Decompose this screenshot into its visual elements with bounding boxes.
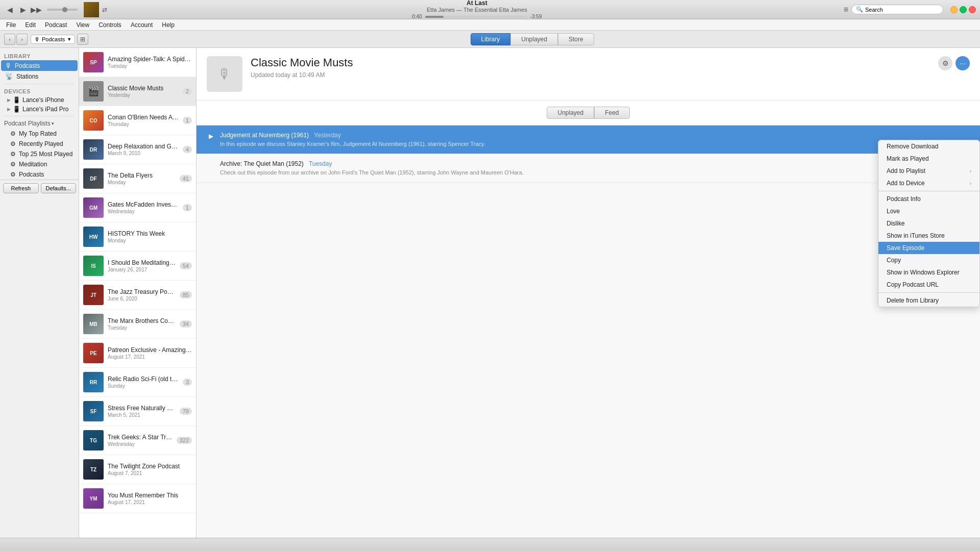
list-item-trek[interactable]: TG Trek Geeks: A Star Trek Podcast Wedne… [79,426,196,455]
search-input[interactable] [865,7,939,13]
list-item-classic[interactable]: 🎬 Classic Movie Musts Yesterday 2 [79,77,196,106]
sidebar-item-iphone[interactable]: ▶ 📱 Lance's iPhone [0,95,79,105]
ctx-save-episode[interactable]: Save Episode [878,242,979,254]
podcast-date-stress: March 5, 2021 [108,412,176,418]
previous-button[interactable]: ◀ [4,4,15,15]
podcast-name-classic: Classic Movie Musts [108,85,179,92]
ctx-delete-from-library[interactable]: Delete from Library [878,294,979,307]
maximize-button[interactable] [960,6,967,13]
episode-desc-2: Check out this episode from our archive … [220,169,970,176]
ctx-copy[interactable]: Copy [878,254,979,266]
thumb-patreon: PE [83,343,104,363]
podcast-info-spider: Amazing Spider-Talk: A Spider-Man... Tue… [108,56,192,69]
playlists-header[interactable]: Podcast Playlists ▾ [0,118,79,129]
nav-forward[interactable]: › [16,34,28,45]
ctx-love[interactable]: Love [878,205,979,217]
list-item-relic[interactable]: RR Relic Radio Sci-Fi (old time radio) S… [79,368,196,397]
now-playing: At Last Etta James — The Essential Etta … [110,0,844,19]
volume-slider[interactable] [47,9,78,11]
podcast-header: 🎙 Classic Movie Musts Updated today at 1… [197,48,980,101]
search-box[interactable]: 🔍 [851,5,943,14]
podcast-info-stress: Stress Free Naturally Guided Me... March… [108,405,176,418]
stations-icon: 📡 [5,72,13,80]
sidebar-item-ipad[interactable]: ▶ 📱 Lance's iPad Pro [0,105,79,114]
play-button[interactable]: ▶ [17,4,29,15]
close-button[interactable] [969,6,976,13]
ctx-dislike[interactable]: Dislike [878,217,979,230]
ctx-remove-download-label: Remove Download [887,143,938,150]
nav-source-selector[interactable]: 🎙 Podcasts ▼ [31,35,75,44]
more-button[interactable]: ··· [955,56,970,70]
ctx-podcast-info[interactable]: Podcast Info [878,193,979,205]
settings-button[interactable]: ⚙ [938,56,952,70]
list-item-jazz[interactable]: JT The Jazz Treasury Podcast June 6, 202… [79,281,196,310]
ep-name-1: Judgement at Nuremberg (1961) [220,132,309,139]
grid-view-button[interactable]: ⊞ [77,34,88,45]
sidebar-item-top-25[interactable]: ⚙ Top 25 Most Played [0,149,79,159]
list-item-conan[interactable]: CO Conan O'Brien Needs A Friend Thursday… [79,106,196,135]
sidebar-item-podcasts-pl[interactable]: ⚙ Podcasts [0,169,79,180]
now-playing-time: 0:40 -3:59 [110,14,844,19]
shuffle-icon[interactable]: ⇄ [102,6,107,13]
list-item-spider[interactable]: SP Amazing Spider-Talk: A Spider-Man... … [79,48,196,77]
minimize-button[interactable] [950,6,958,13]
ctx-show-windows-explorer[interactable]: Show in Windows Explorer [878,266,979,279]
podcast-updated: Updated today at 10:49 AM [251,71,938,79]
progress-bar[interactable] [425,16,527,18]
title-bar-right: ≡ 🔍 [844,5,976,14]
sidebar-item-recently-played[interactable]: ⚙ Recently Played [0,139,79,149]
menu-view[interactable]: View [72,20,93,30]
tab-unplayed[interactable]: Unplayed [547,107,594,119]
play-icon-1: ▶ [209,133,213,140]
menu-controls[interactable]: Controls [94,20,126,30]
list-icon[interactable]: ≡ [844,5,848,14]
ctx-copy-podcast-url-label: Copy Podcast URL [887,281,939,288]
defaults-button[interactable]: Defaults... [41,183,77,193]
list-item-remember[interactable]: YM You Must Remember This August 17, 202… [79,484,196,513]
refresh-button[interactable]: Refresh [3,183,39,193]
list-item-marx[interactable]: MB The Marx Brothers Council Podc... Tue… [79,310,196,339]
ctx-dislike-label: Dislike [887,220,904,227]
list-item-history[interactable]: HW HISTORY This Week Monday [79,222,196,252]
menu-edit[interactable]: Edit [21,20,40,30]
list-item-twilight[interactable]: TZ The Twilight Zone Podcast August 7, 2… [79,455,196,484]
episode-item-2[interactable]: Archive: The Quiet Man (1952) Tuesday Ch… [197,154,980,183]
podcast-title: Classic Movie Musts [251,56,938,69]
nav-back[interactable]: ‹ [4,34,15,45]
ctx-add-to-playlist[interactable]: Add to Playlist › [878,165,979,177]
menu-file[interactable]: File [2,20,20,30]
tab-unplayed[interactable]: Unplayed [510,33,558,45]
ctx-mark-as-played[interactable]: Mark as Played [878,153,979,165]
list-item-gates[interactable]: GM Gates McFadden Investigates: W... Wed… [79,193,196,222]
ctx-show-itunes-store[interactable]: Show in iTunes Store [878,230,979,242]
list-item-deep[interactable]: DR Deep Relaxation and Guided Me... Marc… [79,135,196,164]
thumb-relic: RR [83,372,104,392]
sidebar-item-stations[interactable]: 📡 Stations [1,71,78,82]
ctx-remove-download[interactable]: Remove Download [878,140,979,153]
list-item-patreon[interactable]: PE Patreon Exclusive - Amazing Spider-..… [79,339,196,368]
list-item-delta[interactable]: DF The Delta Flyers Monday 41 [79,164,196,193]
menu-podcast[interactable]: Podcast [41,20,71,30]
library-label: Library [0,51,79,60]
next-button[interactable]: ▶▶ [31,4,42,15]
tab-feed[interactable]: Feed [594,107,629,119]
sidebar-item-podcasts[interactable]: 🎙 Podcasts [1,60,78,71]
list-item-stress[interactable]: SF Stress Free Naturally Guided Me... Ma… [79,397,196,426]
podcast-info-delta: The Delta Flyers Monday [108,172,176,185]
menu-help[interactable]: Help [158,20,179,30]
ctx-save-episode-label: Save Episode [887,244,924,252]
list-item-meditate[interactable]: IS I Should Be Meditating with Ala... Ja… [79,252,196,281]
ctx-copy-podcast-url[interactable]: Copy Podcast URL [878,279,979,291]
progress-fill [425,16,444,18]
sidebar-item-meditation[interactable]: ⚙ Meditation [0,159,79,169]
iphone-arrow: ▶ [7,97,11,103]
ctx-add-to-device[interactable]: Add to Device › [878,177,979,189]
volume-thumb[interactable] [62,7,67,12]
episode-item-1[interactable]: ▶ Judgement at Nuremberg (1961) Yesterda… [197,126,980,154]
podcast-count-jazz: 85 [180,291,192,298]
menu-account[interactable]: Account [127,20,157,30]
podcast-name-meditate: I Should Be Meditating with Ala... [108,259,176,266]
sidebar-item-my-top-rated[interactable]: ⚙ My Top Rated [0,129,79,139]
tab-store[interactable]: Store [558,33,594,45]
tab-library[interactable]: Library [471,33,511,45]
